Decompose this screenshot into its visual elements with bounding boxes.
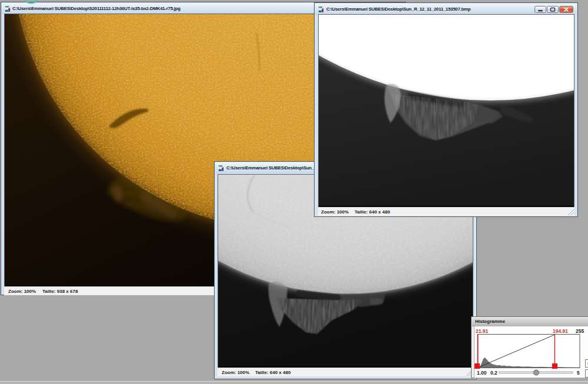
- svg-text:194.91: 194.91: [553, 328, 568, 334]
- svg-text:5: 5: [577, 370, 580, 376]
- svg-text:21.91: 21.91: [476, 328, 489, 334]
- svg-text:255: 255: [576, 328, 584, 334]
- svg-text:0.2: 0.2: [490, 370, 497, 376]
- svg-text:1.00: 1.00: [477, 370, 487, 376]
